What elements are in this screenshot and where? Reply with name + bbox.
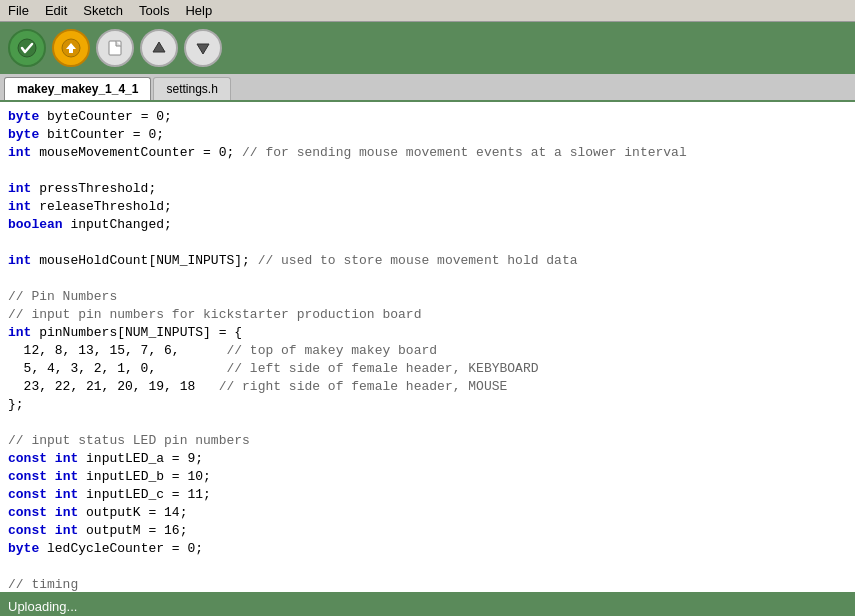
- open-icon: [149, 38, 169, 58]
- code-editor[interactable]: byte byteCounter = 0; byte bitCounter = …: [0, 102, 855, 592]
- save-icon: [193, 38, 213, 58]
- save-button[interactable]: [184, 29, 222, 67]
- upload-button[interactable]: [52, 29, 90, 67]
- verify-button[interactable]: [8, 29, 46, 67]
- toolbar: [0, 22, 855, 74]
- menu-file[interactable]: File: [0, 1, 37, 20]
- menubar: File Edit Sketch Tools Help: [0, 0, 855, 22]
- upload-icon: [61, 38, 81, 58]
- menu-tools[interactable]: Tools: [131, 1, 177, 20]
- tabs: makey_makey_1_4_1 settings.h: [0, 74, 855, 102]
- tab-main[interactable]: makey_makey_1_4_1: [4, 77, 151, 100]
- menu-help[interactable]: Help: [177, 1, 220, 20]
- statusbar: Uploading...: [0, 592, 855, 616]
- menu-sketch[interactable]: Sketch: [75, 1, 131, 20]
- svg-marker-4: [153, 42, 165, 52]
- new-file-icon: [105, 38, 125, 58]
- tab-settings[interactable]: settings.h: [153, 77, 230, 100]
- menu-edit[interactable]: Edit: [37, 1, 75, 20]
- svg-rect-3: [109, 41, 121, 55]
- code-content: byte byteCounter = 0; byte bitCounter = …: [0, 106, 855, 592]
- status-text: Uploading...: [8, 599, 77, 614]
- checkmark-icon: [17, 38, 37, 58]
- svg-marker-5: [197, 44, 209, 54]
- new-button[interactable]: [96, 29, 134, 67]
- open-button[interactable]: [140, 29, 178, 67]
